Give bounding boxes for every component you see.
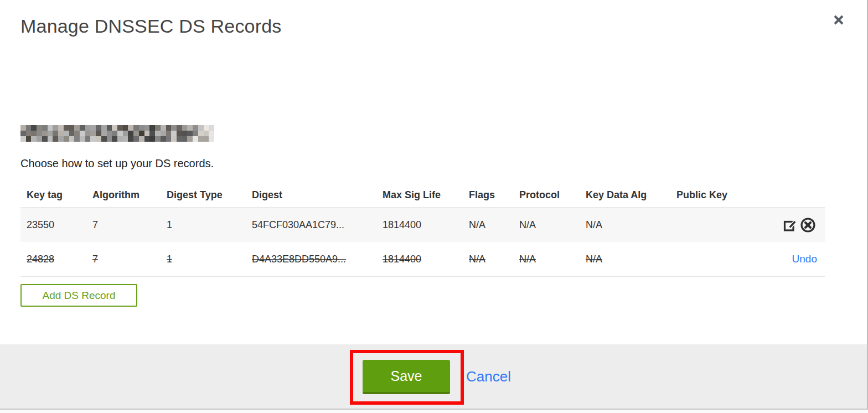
cell-max-sig-life: 1814400	[383, 254, 469, 265]
delete-icon	[799, 216, 817, 234]
cell-protocol: N/A	[519, 219, 586, 231]
delete-record-button[interactable]	[799, 216, 817, 234]
intro-text: Choose how to set up your DS records.	[20, 157, 214, 170]
cell-key-data-alg: N/A	[586, 219, 676, 231]
header-algorithm: Algorithm	[92, 189, 167, 201]
cell-max-sig-life: 1814400	[383, 219, 469, 231]
close-icon	[833, 14, 845, 26]
table-header-row: Key tag Algorithm Digest Type Digest Max…	[20, 183, 825, 207]
table-row: 24828 7 1 D4A33E8DD550A9... 1814400 N/A …	[20, 242, 825, 277]
table-row: 23550 7 1 54FCF030AA1C79... 1814400 N/A …	[20, 207, 825, 242]
header-digest: Digest	[252, 189, 383, 201]
header-key-tag: Key tag	[20, 189, 92, 201]
edit-record-button[interactable]	[782, 217, 798, 233]
cancel-link[interactable]: Cancel	[466, 368, 511, 385]
header-protocol: Protocol	[519, 189, 586, 201]
header-key-data-alg: Key Data Alg	[586, 189, 676, 201]
cell-protocol: N/A	[519, 254, 586, 265]
cell-key-data-alg: N/A	[586, 254, 676, 265]
cell-digest: D4A33E8DD550A9...	[252, 254, 383, 265]
header-digest-type: Digest Type	[167, 189, 252, 201]
undo-link[interactable]: Undo	[792, 253, 817, 265]
close-button[interactable]	[831, 13, 846, 28]
row-actions: Undo	[754, 253, 825, 265]
cell-flags: N/A	[469, 254, 519, 265]
redacted-domain-name	[20, 125, 214, 142]
cell-digest-type: 1	[167, 219, 252, 231]
cell-digest: 54FCF030AA1C79...	[252, 219, 383, 231]
header-public-key: Public Key	[676, 189, 754, 201]
save-button[interactable]: Save	[363, 360, 450, 394]
edit-icon	[782, 217, 798, 233]
header-max-sig-life: Max Sig Life	[383, 189, 469, 201]
add-ds-record-button[interactable]: Add DS Record	[20, 284, 137, 307]
page-title: Manage DNSSEC DS Records	[20, 16, 282, 37]
cell-key-tag: 24828	[20, 254, 92, 265]
cell-algorithm: 7	[92, 254, 167, 265]
row-actions	[754, 216, 825, 234]
manage-dnssec-modal: Manage DNSSEC DS Records Choose how to s…	[0, 0, 868, 410]
cell-flags: N/A	[469, 219, 519, 231]
footer-bar: Save Cancel	[0, 344, 867, 409]
header-flags: Flags	[469, 189, 519, 201]
cell-key-tag: 23550	[20, 219, 92, 231]
cell-algorithm: 7	[92, 219, 167, 231]
cell-digest-type: 1	[167, 254, 252, 265]
ds-records-table: Key tag Algorithm Digest Type Digest Max…	[20, 183, 825, 277]
